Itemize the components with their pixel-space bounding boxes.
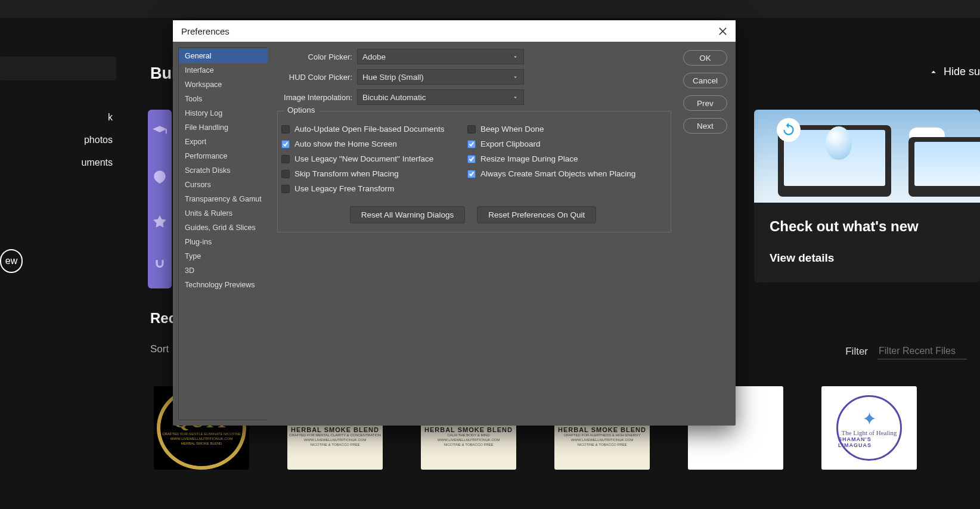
sidebar-item-general[interactable]: General xyxy=(179,49,268,63)
checkbox-box xyxy=(281,170,290,178)
cancel-button[interactable]: Cancel xyxy=(683,73,727,88)
dialog-title: Preferences xyxy=(181,26,230,36)
color-picker-label: Color Picker: xyxy=(275,52,357,61)
whats-new-image xyxy=(754,110,980,203)
left-nav-item[interactable]: uments xyxy=(0,151,116,174)
ok-button[interactable]: OK xyxy=(683,50,727,66)
sidebar-item-plug-ins[interactable]: Plug-ins xyxy=(179,235,268,249)
checkbox-label: Export Clipboard xyxy=(480,139,541,148)
checkbox-label: Beep When Done xyxy=(480,125,544,134)
prev-button[interactable]: Prev xyxy=(683,95,727,111)
checkbox-label: Auto show the Home Screen xyxy=(294,139,397,148)
sidebar-item-transparency-gamut[interactable]: Transparency & Gamut xyxy=(179,192,268,206)
checkbox-use-legacy-free-transform[interactable]: Use Legacy Free Transform xyxy=(281,184,460,193)
sort-label[interactable]: Sort xyxy=(150,343,169,355)
dropdown-value: Hue Strip (Small) xyxy=(362,73,424,82)
sidebar-item-3d[interactable]: 3D xyxy=(179,263,268,278)
dropdown-value: Bicubic Automatic xyxy=(362,93,426,102)
checkbox-label: Auto-Update Open File-based Documents xyxy=(294,125,444,134)
chevron-up-icon xyxy=(928,67,939,77)
color-picker-dropdown[interactable]: Adobe xyxy=(357,49,524,64)
sidebar-item-file-handling[interactable]: File Handling xyxy=(179,120,268,135)
left-nav-item[interactable]: photos xyxy=(0,129,116,151)
close-icon xyxy=(718,27,727,36)
whats-new-card: Check out what's new View details xyxy=(754,110,980,283)
preferences-sidebar: GeneralInterfaceWorkspaceToolsHistory Lo… xyxy=(178,47,268,420)
checkbox-auto-show-the-home-screen[interactable]: Auto show the Home Screen xyxy=(281,139,460,148)
sidebar-item-performance[interactable]: Performance xyxy=(179,149,268,163)
checkbox-box xyxy=(281,125,290,134)
build-skills-tile[interactable] xyxy=(148,110,172,288)
checkbox-use-legacy-new-document-interface[interactable]: Use Legacy "New Document" Interface xyxy=(281,154,460,163)
sidebar-item-units-rulers[interactable]: Units & Rulers xyxy=(179,206,268,221)
sidebar-item-scratch-disks[interactable]: Scratch Disks xyxy=(179,163,268,178)
checkbox-beep-when-done[interactable]: Beep When Done xyxy=(467,125,646,134)
checkbox-export-clipboard[interactable]: Export Clipboard xyxy=(467,139,646,148)
hide-suggestions-link[interactable]: Hide su xyxy=(928,66,980,78)
sidebar-item-cursors[interactable]: Cursors xyxy=(179,178,268,192)
image-interpolation-dropdown[interactable]: Bicubic Automatic xyxy=(357,89,524,105)
sidebar-item-workspace[interactable]: Workspace xyxy=(179,77,268,92)
left-nav-item[interactable]: k xyxy=(0,106,116,129)
chevron-down-icon xyxy=(512,54,519,60)
hud-color-picker-dropdown[interactable]: Hue Strip (Small) xyxy=(357,69,524,85)
image-interpolation-label: Image Interpolation: xyxy=(275,93,357,102)
options-legend: Options xyxy=(284,105,319,114)
checkbox-box xyxy=(281,185,290,193)
checkbox-box xyxy=(467,125,476,134)
dialog-titlebar: Preferences xyxy=(173,20,736,42)
checkbox-skip-transform-when-placing[interactable]: Skip Transform when Placing xyxy=(281,169,460,178)
hands-icon: ✦ xyxy=(862,408,877,429)
checkbox-label: Use Legacy "New Document" Interface xyxy=(294,154,433,163)
filter-recent-input[interactable] xyxy=(877,343,967,359)
filter-label: Filter xyxy=(845,346,868,358)
sidebar-item-guides-grid-slices[interactable]: Guides, Grid & Slices xyxy=(179,221,268,235)
checkbox-resize-image-during-place[interactable]: Resize Image During Place xyxy=(467,154,646,163)
sidebar-item-export[interactable]: Export xyxy=(179,135,268,149)
options-fieldset: Options Auto-Update Open File-based Docu… xyxy=(277,111,671,232)
checkbox-label: Resize Image During Place xyxy=(480,154,578,163)
recent-thumb[interactable]: ✦ The Light of Healing SHAMAN'S LIMAGUAS xyxy=(821,386,917,470)
checkbox-label: Always Create Smart Objects when Placing xyxy=(480,169,635,178)
sync-icon xyxy=(777,118,801,142)
chevron-down-icon xyxy=(512,94,519,101)
create-new-button[interactable]: ew xyxy=(0,249,23,273)
checkbox-box xyxy=(467,170,476,178)
hud-color-picker-label: HUD Color Picker: xyxy=(275,73,357,82)
view-details-link[interactable]: View details xyxy=(770,252,834,264)
hide-suggestions-label: Hide su xyxy=(944,66,980,78)
dialog-action-buttons: OK Cancel Prev Next xyxy=(680,42,736,426)
checkbox-auto-update-open-file-based-documents[interactable]: Auto-Update Open File-based Documents xyxy=(281,125,460,134)
close-button[interactable] xyxy=(715,24,730,38)
checkbox-box xyxy=(467,140,476,148)
checkbox-always-create-smart-objects-when-placing[interactable]: Always Create Smart Objects when Placing xyxy=(467,169,646,178)
left-nav: k photos uments xyxy=(0,18,116,197)
checkbox-label: Skip Transform when Placing xyxy=(294,169,399,178)
app-menubar xyxy=(0,0,980,18)
next-button[interactable]: Next xyxy=(683,118,727,134)
reset-preferences-on-quit-button[interactable]: Reset Preferences On Quit xyxy=(477,206,596,224)
sidebar-item-technology-previews[interactable]: Technology Previews xyxy=(179,278,268,292)
checkbox-box xyxy=(281,140,290,148)
sidebar-item-interface[interactable]: Interface xyxy=(179,63,268,77)
sidebar-item-history-log[interactable]: History Log xyxy=(179,106,268,120)
preferences-panel: Color Picker: Adobe HUD Color Picker: Hu… xyxy=(268,42,680,426)
sidebar-item-type[interactable]: Type xyxy=(179,249,268,263)
checkbox-label: Use Legacy Free Transform xyxy=(294,184,394,193)
dropdown-value: Adobe xyxy=(362,52,386,61)
preferences-dialog: Preferences GeneralInterfaceWorkspaceToo… xyxy=(173,20,736,426)
reset-warning-dialogs-button[interactable]: Reset All Warning Dialogs xyxy=(350,206,466,224)
chevron-down-icon xyxy=(512,74,519,80)
checkbox-box xyxy=(281,155,290,163)
sidebar-item-tools[interactable]: Tools xyxy=(179,92,268,106)
checkbox-box xyxy=(467,155,476,163)
whats-new-title: Check out what's new xyxy=(770,218,965,235)
